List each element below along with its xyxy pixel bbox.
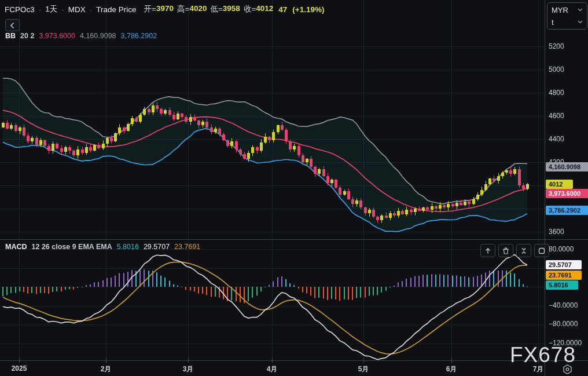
gear-icon (562, 364, 573, 375)
ohlc-label: 开= (144, 4, 156, 14)
maximize-pane-button[interactable] (534, 244, 549, 257)
macd-current-label: 23.7691 (546, 271, 582, 280)
time-axis[interactable]: 20252月3月4月5月6月7月 (0, 361, 588, 376)
exchange-label[interactable]: MDX (68, 5, 86, 14)
macd-tick-label: −120.0000 (549, 339, 582, 347)
pane-separator[interactable] (0, 239, 588, 240)
back-button[interactable] (5, 19, 20, 31)
symbol-title-row: FCPOc3 · 1天 · MDX · Trade Price 开=3970高=… (5, 4, 325, 14)
bb-mid-value: 3,973.6000 (39, 32, 75, 40)
right-axis[interactable]: MYR t 520050004800460044004200360080.000… (545, 0, 588, 376)
trading-chart-app: FCPOc3 · 1天 · MDX · Trade Price 开=3970高=… (0, 0, 588, 376)
title-separator: · (61, 5, 64, 14)
bb-upper-value: 4,160.9098 (80, 32, 116, 40)
price-tick-label: 5200 (549, 42, 564, 50)
ohlc-value: 4020 (189, 4, 207, 14)
time-axis-label: 3月 (183, 364, 194, 374)
price-current-label: 3,973.6000 (546, 189, 588, 198)
macd-current-label: 29.5707 (546, 260, 582, 269)
price-tick-label: 4400 (549, 135, 564, 143)
ohlc-label: 收= (244, 4, 256, 14)
collapse-pane-button[interactable] (516, 244, 531, 257)
ohlc-readout: 开=3970高=4020低=3958收=4012 (144, 4, 274, 14)
bb-lower-value: 3,786.2902 (121, 32, 157, 40)
macd-pane-toolbar (480, 244, 549, 257)
unit-dropdown[interactable]: t (552, 17, 583, 27)
time-axis-label: 6月 (446, 364, 457, 374)
price-tick-label: 4600 (549, 112, 564, 120)
macd-params: 12 26 close 9 EMA EMA (32, 243, 112, 251)
unit-value: t (552, 18, 554, 27)
ohlc-item: 开=3970 (144, 4, 174, 14)
macd-hist-value: 5.8016 (117, 243, 139, 251)
title-separator: · (39, 5, 42, 14)
currency-unit-panel: MYR t (547, 2, 587, 30)
time-axis-label: 4月 (267, 364, 278, 374)
macd-tick-label: −80.0000 (549, 320, 578, 328)
interval-label[interactable]: 1天 (45, 4, 57, 14)
macd-signal-value: 23.7691 (174, 243, 200, 251)
macd-tick-label: −40.0000 (549, 301, 578, 309)
arrow-up-icon (484, 247, 492, 255)
macd-tick-label: 80.0000 (549, 245, 574, 253)
bb-indicator-name[interactable]: BB (5, 32, 16, 40)
ohlc-item: 收=4012 (244, 4, 273, 14)
currency-dropdown[interactable]: MYR (552, 5, 583, 15)
time-axis-label: 7月 (533, 364, 544, 374)
trash-icon (502, 247, 510, 255)
ohlc-value: 3970 (156, 4, 174, 14)
chevron-left-icon (9, 22, 16, 29)
price-current-label: 3,786.2902 (546, 206, 588, 215)
macd-indicator-name[interactable]: MACD (5, 243, 27, 251)
symbol-name[interactable]: FCPOc3 (5, 5, 35, 14)
ohlc-item: 高=4020 (177, 4, 207, 14)
ohlc-label: 低= (210, 4, 222, 14)
ohlc-value: 4012 (256, 4, 273, 14)
chart-canvas[interactable] (0, 0, 588, 376)
move-pane-up-button[interactable] (480, 244, 495, 257)
axis-settings-button[interactable] (562, 364, 573, 376)
change-percent: (+1.19%) (292, 5, 324, 14)
maximize-icon (538, 247, 546, 255)
time-axis-label: 2月 (101, 364, 112, 374)
collapse-arrows-icon (520, 247, 528, 255)
time-axis-label: 5月 (358, 364, 369, 374)
price-type-label: Trade Price (96, 5, 136, 14)
price-tick-label: 5000 (549, 65, 564, 74)
currency-value: MYR (552, 6, 568, 14)
delete-pane-button[interactable] (498, 244, 513, 257)
price-current-label: 4012 (546, 180, 573, 189)
bb-params: 20 2 (20, 32, 34, 40)
bb-legend-row: BB 20 2 3,973.6000 4,160.9098 3,786.2902 (5, 32, 157, 40)
ohlc-value: 3958 (223, 4, 240, 14)
time-axis-label: 2025 (12, 364, 27, 373)
macd-current-label: 5.8016 (546, 280, 578, 290)
ohlc-item: 低=3958 (210, 4, 240, 14)
chevron-down-icon (578, 20, 583, 24)
price-tick-label: 4800 (549, 89, 564, 97)
change-value: 47 (278, 5, 287, 14)
macd-legend-row: MACD 12 26 close 9 EMA EMA 5.8016 29.570… (5, 243, 200, 251)
price-current-label: 4,160.9098 (546, 162, 588, 171)
title-separator: · (90, 5, 93, 14)
chevron-down-icon (578, 8, 583, 12)
ohlc-label: 高= (177, 4, 189, 14)
price-tick-label: 3600 (549, 228, 564, 236)
macd-line-value: 29.5707 (144, 243, 170, 251)
